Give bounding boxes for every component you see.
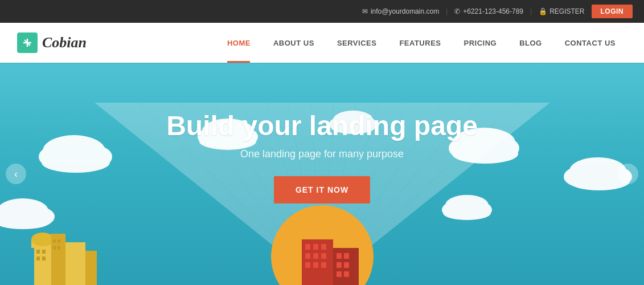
topbar-email: ✉ info@yourdomain.com	[362, 7, 439, 15]
nav-item-contact[interactable]: CONTACT US	[553, 23, 627, 63]
hero-section: Build your landing page One landing page…	[0, 63, 644, 285]
svg-rect-69	[313, 262, 318, 268]
hero-subtitle: One landing page for many purpose	[240, 148, 404, 160]
nav-links: HOME ABOUT US SERVICES FEATURES PRICING …	[216, 23, 627, 63]
svg-rect-65	[305, 253, 310, 259]
scroll-right-button[interactable]: ›	[618, 164, 638, 184]
svg-rect-75	[337, 271, 342, 277]
register-label: REGISTER	[549, 7, 584, 15]
hero-title: Build your landing page	[166, 110, 478, 141]
navbar: Cobian HOME ABOUT US SERVICES FEATURES P…	[0, 23, 644, 63]
svg-rect-52	[36, 250, 40, 254]
svg-rect-54	[36, 256, 40, 260]
logo-icon	[17, 32, 38, 53]
separator-2: |	[530, 7, 532, 15]
phone-text: +6221-123-456-789	[463, 7, 523, 15]
lock-icon: 🔒	[539, 7, 547, 15]
nav-item-features[interactable]: FEATURES	[388, 23, 452, 63]
svg-rect-72	[344, 253, 349, 259]
scroll-left-button[interactable]: ‹	[6, 164, 26, 184]
svg-rect-67	[321, 253, 326, 259]
cta-button[interactable]: GET IT NOW	[274, 176, 370, 203]
login-button[interactable]: LOGIN	[592, 5, 633, 18]
svg-rect-66	[313, 253, 318, 259]
svg-point-48	[31, 233, 54, 246]
svg-rect-70	[321, 262, 326, 268]
phone-icon: ✆	[454, 7, 460, 15]
nav-item-home[interactable]: HOME	[216, 23, 262, 63]
svg-rect-51	[85, 251, 97, 285]
svg-rect-58	[53, 246, 56, 250]
nav-item-about[interactable]: ABOUT US	[262, 23, 326, 63]
svg-rect-68	[305, 262, 310, 268]
svg-rect-74	[344, 262, 349, 268]
nav-item-pricing[interactable]: PRICING	[453, 23, 508, 63]
svg-rect-76	[344, 271, 349, 277]
nav-item-services[interactable]: SERVICES	[326, 23, 388, 63]
svg-rect-53	[42, 250, 46, 254]
register-button[interactable]: 🔒 REGISTER	[539, 7, 584, 15]
svg-rect-62	[305, 244, 310, 250]
separator-1: |	[446, 7, 448, 15]
logo-text: Cobian	[42, 34, 87, 51]
svg-rect-73	[337, 262, 342, 268]
topbar: ✉ info@yourdomain.com | ✆ +6221-123-456-…	[0, 0, 644, 23]
buildings	[0, 211, 644, 285]
svg-rect-71	[337, 253, 342, 259]
svg-rect-59	[58, 246, 60, 250]
svg-rect-63	[313, 244, 318, 250]
svg-rect-55	[42, 256, 46, 260]
svg-rect-64	[321, 244, 326, 250]
logo-area: Cobian	[17, 32, 87, 53]
nav-item-blog[interactable]: BLOG	[508, 23, 553, 63]
topbar-phone: ✆ +6221-123-456-789	[454, 7, 523, 15]
svg-point-19	[39, 145, 75, 168]
svg-point-31	[564, 166, 598, 187]
email-text: info@yourdomain.com	[371, 7, 439, 15]
svg-rect-50	[65, 242, 85, 285]
svg-rect-56	[53, 239, 56, 243]
email-icon: ✉	[362, 7, 368, 15]
svg-rect-57	[58, 239, 60, 243]
